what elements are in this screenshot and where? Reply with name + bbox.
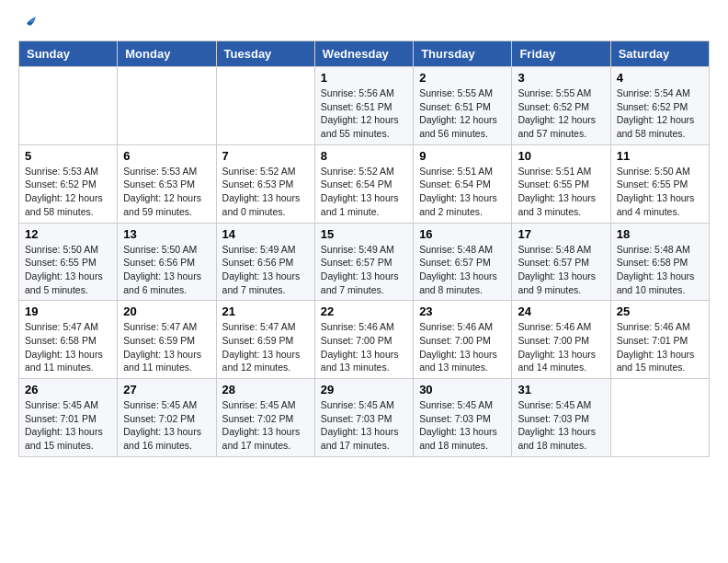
day-info: Sunrise: 5:50 AM Sunset: 6:55 PM Dayligh…: [25, 243, 111, 297]
day-number: 15: [321, 227, 407, 241]
calendar-cell: 6Sunrise: 5:53 AM Sunset: 6:53 PM Daylig…: [118, 144, 216, 223]
day-info: Sunrise: 5:48 AM Sunset: 6:58 PM Dayligh…: [617, 243, 703, 297]
calendar-cell: 21Sunrise: 5:47 AM Sunset: 6:59 PM Dayli…: [216, 301, 314, 379]
calendar-cell: [216, 67, 314, 145]
day-number: 13: [123, 227, 210, 241]
day-info: Sunrise: 5:53 AM Sunset: 6:53 PM Dayligh…: [123, 165, 210, 219]
calendar-cell: 26Sunrise: 5:45 AM Sunset: 7:01 PM Dayli…: [19, 379, 118, 457]
day-number: 26: [25, 383, 111, 396]
calendar-cell: 28Sunrise: 5:45 AM Sunset: 7:02 PM Dayli…: [216, 379, 314, 457]
calendar-cell: 16Sunrise: 5:48 AM Sunset: 6:57 PM Dayli…: [414, 223, 512, 301]
day-info: Sunrise: 5:56 AM Sunset: 6:51 PM Dayligh…: [321, 86, 407, 141]
calendar-cell: 19Sunrise: 5:47 AM Sunset: 6:58 PM Dayli…: [19, 301, 118, 379]
page-header: [18, 18, 710, 31]
calendar-cell: 31Sunrise: 5:45 AM Sunset: 7:03 PM Dayli…: [512, 379, 610, 457]
day-info: Sunrise: 5:46 AM Sunset: 7:00 PM Dayligh…: [518, 320, 604, 374]
calendar-cell: 27Sunrise: 5:45 AM Sunset: 7:02 PM Dayli…: [118, 379, 216, 457]
calendar-cell: 3Sunrise: 5:55 AM Sunset: 6:52 PM Daylig…: [512, 67, 610, 145]
day-number: 10: [518, 149, 604, 163]
day-number: 9: [419, 149, 506, 163]
day-number: 1: [321, 71, 407, 85]
week-row-2: 5Sunrise: 5:53 AM Sunset: 6:52 PM Daylig…: [19, 144, 710, 223]
day-info: Sunrise: 5:45 AM Sunset: 7:01 PM Dayligh…: [25, 398, 111, 453]
day-number: 19: [25, 304, 111, 318]
calendar-cell: 4Sunrise: 5:54 AM Sunset: 6:52 PM Daylig…: [610, 67, 709, 145]
day-info: Sunrise: 5:47 AM Sunset: 6:59 PM Dayligh…: [222, 320, 309, 374]
calendar-cell: 10Sunrise: 5:51 AM Sunset: 6:55 PM Dayli…: [512, 144, 610, 223]
day-number: 31: [518, 383, 604, 396]
day-number: 3: [518, 71, 604, 85]
day-number: 25: [617, 304, 703, 318]
calendar-cell: 12Sunrise: 5:50 AM Sunset: 6:55 PM Dayli…: [19, 223, 118, 301]
calendar-cell: 2Sunrise: 5:55 AM Sunset: 6:51 PM Daylig…: [414, 67, 512, 145]
calendar-cell: 7Sunrise: 5:52 AM Sunset: 6:53 PM Daylig…: [216, 144, 314, 223]
day-info: Sunrise: 5:53 AM Sunset: 6:52 PM Dayligh…: [25, 165, 111, 219]
day-info: Sunrise: 5:51 AM Sunset: 6:54 PM Dayligh…: [419, 165, 506, 219]
weekday-friday: Friday: [512, 41, 610, 67]
calendar-cell: 1Sunrise: 5:56 AM Sunset: 6:51 PM Daylig…: [314, 67, 413, 145]
day-number: 11: [617, 149, 703, 163]
day-info: Sunrise: 5:50 AM Sunset: 6:55 PM Dayligh…: [617, 165, 703, 219]
logo-bird-icon: [19, 15, 36, 31]
day-number: 7: [222, 149, 309, 163]
calendar-cell: 8Sunrise: 5:52 AM Sunset: 6:54 PM Daylig…: [314, 144, 413, 223]
day-info: Sunrise: 5:49 AM Sunset: 6:57 PM Dayligh…: [321, 243, 407, 297]
day-number: 14: [222, 227, 309, 241]
calendar-table: SundayMondayTuesdayWednesdayThursdayFrid…: [18, 40, 710, 457]
day-info: Sunrise: 5:55 AM Sunset: 6:51 PM Dayligh…: [419, 86, 506, 141]
day-number: 4: [617, 71, 703, 85]
day-number: 5: [25, 149, 111, 163]
calendar-cell: 5Sunrise: 5:53 AM Sunset: 6:52 PM Daylig…: [19, 144, 118, 223]
day-number: 17: [518, 227, 604, 241]
day-number: 30: [419, 383, 506, 396]
calendar-cell: 25Sunrise: 5:46 AM Sunset: 7:01 PM Dayli…: [610, 301, 709, 379]
calendar-cell: 13Sunrise: 5:50 AM Sunset: 6:56 PM Dayli…: [118, 223, 216, 301]
calendar-cell: [19, 67, 118, 145]
day-info: Sunrise: 5:48 AM Sunset: 6:57 PM Dayligh…: [518, 243, 604, 297]
day-info: Sunrise: 5:46 AM Sunset: 7:00 PM Dayligh…: [321, 320, 407, 374]
day-number: 21: [222, 304, 309, 318]
day-number: 28: [222, 383, 309, 396]
weekday-sunday: Sunday: [19, 41, 118, 67]
day-info: Sunrise: 5:46 AM Sunset: 7:01 PM Dayligh…: [617, 320, 703, 374]
calendar-cell: 14Sunrise: 5:49 AM Sunset: 6:56 PM Dayli…: [216, 223, 314, 301]
week-row-4: 19Sunrise: 5:47 AM Sunset: 6:58 PM Dayli…: [19, 301, 710, 379]
day-number: 20: [123, 304, 210, 318]
day-info: Sunrise: 5:54 AM Sunset: 6:52 PM Dayligh…: [617, 86, 703, 141]
weekday-monday: Monday: [118, 41, 216, 67]
day-info: Sunrise: 5:47 AM Sunset: 6:59 PM Dayligh…: [123, 320, 210, 374]
day-number: 6: [123, 149, 210, 163]
logo: [18, 18, 36, 31]
day-info: Sunrise: 5:45 AM Sunset: 7:03 PM Dayligh…: [321, 398, 407, 453]
day-number: 16: [419, 227, 506, 241]
day-info: Sunrise: 5:50 AM Sunset: 6:56 PM Dayligh…: [123, 243, 210, 297]
week-row-3: 12Sunrise: 5:50 AM Sunset: 6:55 PM Dayli…: [19, 223, 710, 301]
day-info: Sunrise: 5:49 AM Sunset: 6:56 PM Dayligh…: [222, 243, 309, 297]
day-number: 24: [518, 304, 604, 318]
calendar-cell: 22Sunrise: 5:46 AM Sunset: 7:00 PM Dayli…: [314, 301, 413, 379]
calendar-cell: 15Sunrise: 5:49 AM Sunset: 6:57 PM Dayli…: [314, 223, 413, 301]
calendar-cell: 9Sunrise: 5:51 AM Sunset: 6:54 PM Daylig…: [414, 144, 512, 223]
day-info: Sunrise: 5:55 AM Sunset: 6:52 PM Dayligh…: [518, 86, 604, 141]
calendar-cell: [118, 67, 216, 145]
calendar-cell: 29Sunrise: 5:45 AM Sunset: 7:03 PM Dayli…: [314, 379, 413, 457]
day-number: 27: [123, 383, 210, 396]
day-info: Sunrise: 5:45 AM Sunset: 7:03 PM Dayligh…: [419, 398, 506, 453]
weekday-thursday: Thursday: [414, 41, 512, 67]
calendar-cell: 30Sunrise: 5:45 AM Sunset: 7:03 PM Dayli…: [414, 379, 512, 457]
calendar-cell: 20Sunrise: 5:47 AM Sunset: 6:59 PM Dayli…: [118, 301, 216, 379]
weekday-tuesday: Tuesday: [216, 41, 314, 67]
svg-marker-0: [28, 17, 36, 22]
calendar-cell: 11Sunrise: 5:50 AM Sunset: 6:55 PM Dayli…: [610, 144, 709, 223]
weekday-header-row: SundayMondayTuesdayWednesdayThursdayFrid…: [19, 41, 710, 67]
day-number: 22: [321, 304, 407, 318]
calendar-cell: 24Sunrise: 5:46 AM Sunset: 7:00 PM Dayli…: [512, 301, 610, 379]
calendar-cell: [610, 379, 709, 457]
day-info: Sunrise: 5:52 AM Sunset: 6:54 PM Dayligh…: [321, 165, 407, 219]
day-info: Sunrise: 5:48 AM Sunset: 6:57 PM Dayligh…: [419, 243, 506, 297]
day-number: 12: [25, 227, 111, 241]
day-info: Sunrise: 5:45 AM Sunset: 7:02 PM Dayligh…: [222, 398, 309, 453]
day-number: 18: [617, 227, 703, 241]
calendar-cell: 18Sunrise: 5:48 AM Sunset: 6:58 PM Dayli…: [610, 223, 709, 301]
week-row-1: 1Sunrise: 5:56 AM Sunset: 6:51 PM Daylig…: [19, 67, 710, 145]
